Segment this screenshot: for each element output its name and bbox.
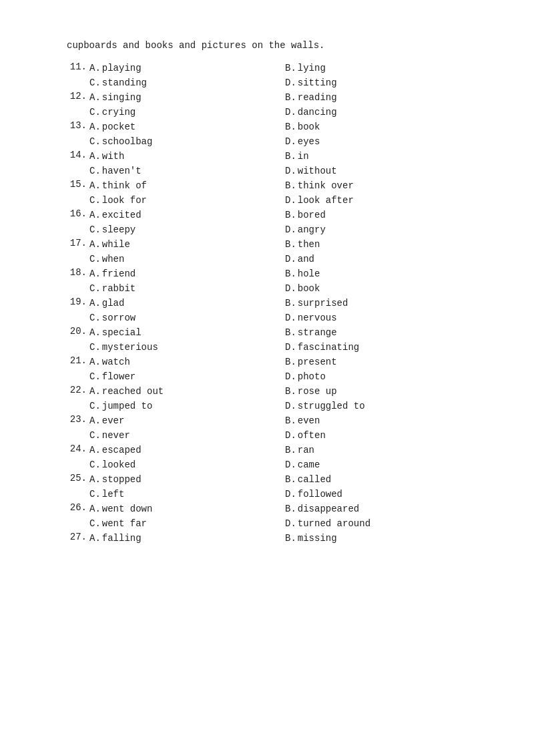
option-text: followed <box>298 489 342 500</box>
option: A.watch <box>89 355 285 369</box>
option-text: fascinating <box>298 342 359 353</box>
option-text: stopped <box>102 474 142 485</box>
option: A.special <box>89 326 285 339</box>
option-label: A. <box>89 415 101 426</box>
options-row: A.pocketB.book <box>89 120 481 134</box>
option: A.playing <box>89 61 285 75</box>
option-label: D. <box>285 518 296 529</box>
options-row: A.specialB.strange <box>89 326 481 339</box>
option-text: went down <box>102 504 153 514</box>
options-row: C.went farD.turned around <box>89 517 481 530</box>
option-text: bored <box>298 210 326 220</box>
option-text: excited <box>102 210 142 220</box>
option-text: glad <box>102 298 125 309</box>
option-label: A. <box>89 474 101 485</box>
option-text: escaped <box>102 445 142 455</box>
option: D.fascinating <box>285 341 481 354</box>
option: C.flower <box>89 370 285 383</box>
options-row: A.think ofB.think over <box>89 179 481 192</box>
option-label: C. <box>89 254 101 264</box>
option-label: B. <box>285 415 296 426</box>
options-row: A.stoppedB.called <box>89 473 481 486</box>
option: A.escaped <box>89 443 285 457</box>
option-label: A. <box>89 63 101 73</box>
option-label: B. <box>285 268 296 279</box>
question-number <box>67 458 87 471</box>
option-label: B. <box>285 122 296 132</box>
option: D.came <box>285 458 481 471</box>
option-text: jumped to <box>102 401 153 411</box>
option: C.went far <box>89 517 285 530</box>
option-label: D. <box>285 430 296 441</box>
option: B.then <box>285 238 481 251</box>
option-label: A. <box>89 298 101 309</box>
option-label: D. <box>285 313 296 323</box>
options-row: A.excitedB.bored <box>89 208 481 222</box>
question-row: 24.A.escapedB.ran <box>67 443 481 457</box>
option-text: playing <box>102 63 142 73</box>
option-text: struggled to <box>298 401 365 411</box>
option-text: watch <box>102 357 130 367</box>
question-row: C.leftD.followed <box>67 488 481 501</box>
option-label: B. <box>285 63 296 73</box>
option: C.jumped to <box>89 399 285 413</box>
option-text: book <box>298 122 320 132</box>
question-row: C.sleepyD.angry <box>67 223 481 236</box>
question-number: 24. <box>67 443 87 457</box>
option-text: falling <box>102 533 142 544</box>
option: C.standing <box>89 76 285 89</box>
option: B.strange <box>285 326 481 339</box>
options-row: C.lookedD.came <box>89 458 481 471</box>
question-number <box>67 429 87 442</box>
option-text: pocket <box>102 122 136 132</box>
option: D.dancing <box>285 106 481 119</box>
option: D.and <box>285 252 481 266</box>
option: B.book <box>285 120 481 134</box>
options-row: A.went downB.disappeared <box>89 502 481 516</box>
question-number <box>67 399 87 413</box>
question-row: C.flowerD.photo <box>67 370 481 383</box>
options-row: C.sleepyD.angry <box>89 223 481 236</box>
option-label: A. <box>89 180 101 191</box>
options-row: C.schoolbagD.eyes <box>89 135 481 148</box>
option-text: angry <box>298 224 326 235</box>
option: B.rose up <box>285 385 481 398</box>
option-label: B. <box>285 298 296 309</box>
option: D.without <box>285 164 481 178</box>
option: C.left <box>89 488 285 501</box>
option-text: look for <box>102 195 147 206</box>
option-text: haven't <box>102 166 142 176</box>
question-row: 26.A.went downB.disappeared <box>67 502 481 516</box>
options-row: C.cryingD.dancing <box>89 106 481 119</box>
option-text: standing <box>102 77 147 88</box>
option-label: C. <box>89 459 101 470</box>
option-text: book <box>298 283 320 294</box>
options-row: A.escapedB.ran <box>89 443 481 457</box>
question-number: 22. <box>67 385 87 398</box>
questions-container: 11.A.playingB.lyingC.standingD.sitting12… <box>67 61 481 545</box>
option: A.excited <box>89 208 285 222</box>
option: A.singing <box>89 91 285 104</box>
option-label: C. <box>89 166 101 176</box>
option: B.think over <box>285 179 481 192</box>
option-text: called <box>298 474 331 485</box>
option-text: with <box>102 151 125 162</box>
options-row: C.flowerD.photo <box>89 370 481 383</box>
option: A.went down <box>89 502 285 516</box>
option-text: sleepy <box>102 224 136 235</box>
option: B.missing <box>285 532 481 545</box>
option-label: C. <box>89 342 101 353</box>
option-label: B. <box>285 474 296 485</box>
options-row: A.fallingB.missing <box>89 532 481 545</box>
option: B.in <box>285 150 481 163</box>
options-row: C.leftD.followed <box>89 488 481 501</box>
option: C.never <box>89 429 285 442</box>
option: C.when <box>89 252 285 266</box>
option-label: C. <box>89 313 101 323</box>
option-text: in <box>298 151 309 162</box>
option: B.ran <box>285 443 481 457</box>
question-row: C.whenD.and <box>67 252 481 266</box>
options-row: A.gladB.surprised <box>89 297 481 310</box>
option-label: A. <box>89 357 101 367</box>
option-label: B. <box>285 357 296 367</box>
